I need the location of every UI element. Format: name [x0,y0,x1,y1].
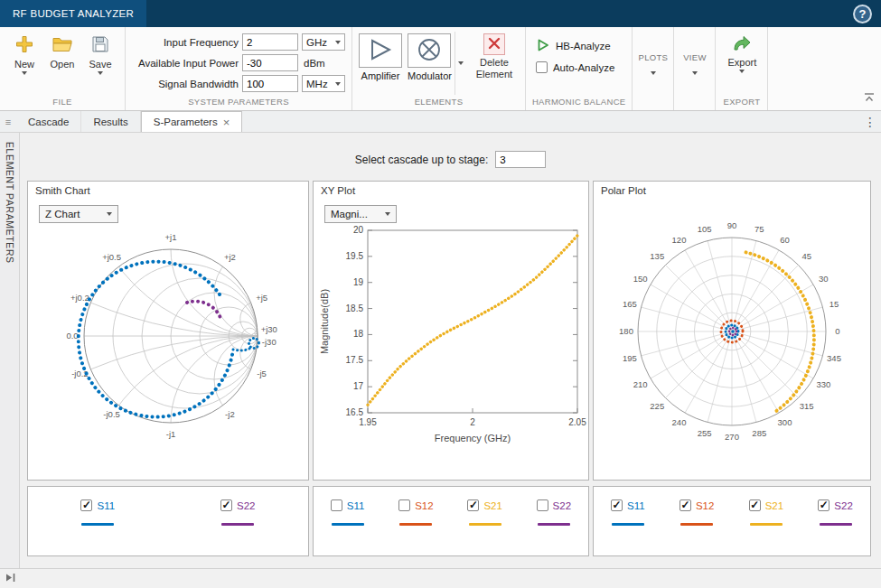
available-input-power-field[interactable] [242,54,298,71]
export-label: Export [728,57,757,68]
s21-checkbox[interactable] [467,499,479,511]
input-frequency-field[interactable] [242,33,298,51]
collapse-toolstrip-button[interactable] [864,92,875,105]
s11-checkbox[interactable] [80,499,92,511]
s21-checkbox[interactable] [749,499,761,511]
hb-analyze-label: HB-Analyze [556,41,611,51]
tab-s-parameters[interactable]: S-Parameters × [141,111,243,132]
open-button[interactable]: Open [44,32,80,95]
s22-checkbox[interactable] [537,499,548,511]
xy-legend: S11S12S21S22 [313,486,589,556]
chevron-down-icon [22,71,27,75]
series-color-line [750,523,783,526]
export-button[interactable]: Export [722,32,762,73]
svg-text:18: 18 [353,329,364,339]
legend-label: S12 [415,500,433,511]
file-section-label: FILE [6,95,118,110]
s12-checkbox[interactable] [398,499,410,511]
svg-text:180: 180 [619,326,633,336]
polar-plot-panel: Polar Plot 01530456075901051201351501651… [593,181,871,481]
legend-entry: S11 [611,499,645,526]
legend-label: S22 [553,500,571,511]
svg-text:18.5: 18.5 [346,303,364,313]
s11-checkbox[interactable] [611,499,623,511]
element-gallery-scroll-button[interactable] [455,32,467,95]
amplifier-button[interactable]: Amplifier [359,32,402,95]
s22-checkbox[interactable] [818,499,829,511]
auto-analyze-checkbox[interactable] [536,61,548,73]
series-color-line [820,523,852,526]
tab-overflow-menu[interactable]: ⋮ [859,111,881,132]
elements-section: Amplifier Modulator Delete [352,27,526,110]
smith-panel-title: Smith Chart [28,182,308,198]
svg-text:165: 165 [623,299,637,309]
view-dropdown[interactable]: VIEW [674,27,716,110]
modulator-button[interactable]: Modulator [408,32,452,95]
app-title: RF BUDGET ANALYZER [13,8,134,19]
svg-text:2: 2 [470,417,475,427]
series-color-line [538,523,570,526]
save-button[interactable]: Save [82,32,118,95]
svg-text:105: 105 [698,224,712,234]
close-tab-icon[interactable]: × [223,117,230,128]
s11-checkbox[interactable] [331,499,342,511]
main-content: Select cascade up to stage: Smith Chart … [20,133,881,568]
svg-text:0.0: 0.0 [66,331,78,341]
series-color-line [469,523,501,526]
legend-entry: S22 [220,499,255,526]
svg-text:19.5: 19.5 [346,251,364,261]
xy-quantity-value: Magni... [331,209,368,219]
titlebar: RF BUDGET ANALYZER ? [0,0,881,27]
svg-text:17.5: 17.5 [346,355,364,365]
legend-label: S22 [237,500,255,511]
app-tab[interactable]: RF BUDGET ANALYZER [0,0,146,27]
signal-bandwidth-field[interactable] [242,75,298,92]
series-color-line [81,523,114,526]
new-button[interactable]: New [6,32,42,95]
stage-input[interactable] [495,151,546,168]
xy-quantity-dropdown[interactable]: Magni... [324,205,397,223]
expand-panel-icon[interactable] [5,573,16,585]
frequency-unit-dropdown[interactable]: GHz [302,33,345,51]
help-button[interactable]: ? [853,5,872,23]
svg-text:-j0.5: -j0.5 [103,409,119,419]
bandwidth-unit-dropdown[interactable]: MHz [302,75,345,92]
delete-element-button[interactable]: Delete Element [470,32,519,95]
system-parameters-section-label: SYSTEM PARAMETERS [132,95,345,110]
auto-analyze-toggle[interactable]: Auto-Analyze [536,61,623,73]
legend-label: S12 [696,500,714,511]
smith-chart-type-dropdown[interactable]: Z Chart [39,205,118,223]
left-panel-strip: ELEMENT PARAMETERS [0,133,20,568]
tab-cascade[interactable]: Cascade [16,111,81,132]
smith-chart-panel: Smith Chart Z Chart 0.0+j0.2+j0.5+j1+j2+… [27,181,309,481]
legend-entry: S12 [398,499,433,526]
plots-label: PLOTS [639,52,669,62]
tab-results-label: Results [93,117,127,127]
smith-chart-type-value: Z Chart [45,209,80,219]
tab-results[interactable]: Results [81,111,140,132]
amplifier-icon [367,38,394,64]
dock-grip-icon[interactable]: ≡ [0,111,16,132]
power-unit-label: dBm [302,58,325,69]
svg-text:225: 225 [650,401,664,411]
svg-text:135: 135 [650,251,664,261]
svg-text:+j0.5: +j0.5 [102,252,121,262]
svg-text:270: 270 [725,432,739,442]
s12-checkbox[interactable] [679,499,691,511]
hb-analyze-button[interactable]: HB-Analyze [536,38,623,54]
modulator-label: Modulator [408,70,452,81]
s22-checkbox[interactable] [220,499,232,511]
legend-entry: S21 [467,499,501,526]
legend-label: S21 [765,500,783,511]
element-parameters-side-tab[interactable]: ELEMENT PARAMETERS [5,133,15,264]
delete-icon [488,37,501,52]
export-icon [732,34,752,55]
stage-selector: Select cascade up to stage: [20,151,881,168]
new-document-icon [14,34,34,57]
svg-text:-j5: -j5 [257,369,267,378]
plots-dropdown[interactable]: PLOTS [633,27,674,110]
svg-text:Magnitude(dB): Magnitude(dB) [319,289,330,354]
harmonic-balance-section: HB-Analyze Auto-Analyze HARMONIC BALANCE [526,27,633,110]
svg-text:+j1: +j1 [165,232,177,242]
stage-label: Select cascade up to stage: [355,154,488,166]
